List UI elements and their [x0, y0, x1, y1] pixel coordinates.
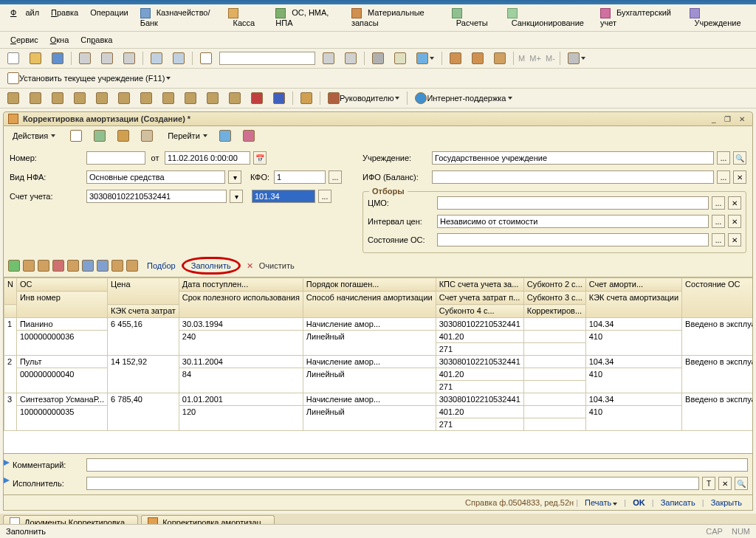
uchr-input[interactable]: Государственное учреждение [432, 151, 714, 165]
ifo-input[interactable] [432, 170, 714, 184]
menu-edit[interactable]: Правка [47, 7, 83, 29]
tt-add[interactable] [8, 260, 20, 272]
ifo-clear[interactable]: ✕ [733, 170, 746, 184]
tt-del[interactable] [52, 260, 64, 272]
col-kek-amort[interactable]: КЭК счета амортизации [585, 292, 681, 318]
tb-find[interactable] [197, 51, 215, 66]
dt6[interactable] [238, 128, 259, 143]
save-button[interactable]: Записать [656, 498, 700, 507]
ruk-button[interactable]: Руководителю [325, 91, 402, 106]
menu-accounting[interactable]: Бухгалтерский учет [596, 7, 682, 29]
col-sub2[interactable]: Субконто 2 с... [523, 278, 585, 292]
menu-service[interactable]: Сервис [6, 34, 43, 46]
uchr-search[interactable]: 🔍 [733, 151, 746, 165]
tb-grid1[interactable] [447, 51, 464, 66]
cmo-btn[interactable]: ... [712, 196, 725, 210]
col-sub3[interactable]: Субконто 3 с... [523, 292, 585, 305]
vid-dropdown[interactable]: ▾ [228, 170, 241, 184]
tt-refresh[interactable] [67, 260, 79, 272]
tb-open[interactable] [27, 51, 44, 66]
tt-copy[interactable] [23, 260, 35, 272]
tb-prev[interactable] [320, 51, 337, 66]
search-input[interactable] [219, 52, 315, 65]
p6[interactable] [115, 91, 133, 106]
ok-button[interactable]: OK [628, 498, 650, 507]
menu-raschety[interactable]: Расчеты [447, 7, 500, 29]
tb-undo[interactable] [148, 51, 165, 66]
tb-info[interactable] [413, 51, 437, 66]
col-korr[interactable]: Корректиров... [523, 305, 585, 318]
menu-institution[interactable]: Учреждение [685, 7, 750, 29]
tb-grid2[interactable] [469, 51, 487, 66]
tt-down[interactable] [97, 260, 109, 272]
p14[interactable] [298, 91, 315, 106]
cmo-input[interactable] [437, 196, 709, 210]
sost-input[interactable] [437, 233, 709, 246]
clear-button[interactable]: Очистить [256, 261, 298, 270]
table-row[interactable]: 3Синтезатор УсманаР...6 785,4001.01.2001… [4, 393, 754, 406]
date-picker-button[interactable]: 📅 [253, 151, 267, 165]
p13[interactable] [270, 91, 288, 106]
p4[interactable] [71, 91, 89, 106]
sost-btn[interactable]: ... [712, 233, 725, 246]
menu-operations[interactable]: Операции [86, 7, 132, 29]
p1[interactable] [4, 91, 22, 106]
p9[interactable] [182, 91, 199, 106]
tb-paste[interactable] [120, 51, 138, 66]
tb-save[interactable] [49, 51, 66, 66]
col-sposob[interactable]: Способ начисления амортизации [303, 292, 436, 318]
tb-copy[interactable] [98, 51, 116, 66]
tb-wrench[interactable] [565, 51, 588, 66]
col-sost[interactable]: Состояние ОС [682, 278, 753, 318]
date-input[interactable]: 11.02.2016 0:00:00 [165, 151, 250, 165]
tb-new[interactable] [4, 51, 22, 66]
col-kek[interactable]: КЭК счета затрат [108, 305, 179, 318]
interval-btn[interactable]: ... [712, 215, 725, 228]
menu-kassa[interactable]: Касса [224, 7, 268, 29]
isp-search[interactable]: 🔍 [735, 477, 748, 490]
dt4[interactable] [137, 128, 157, 143]
p7[interactable] [137, 91, 155, 106]
podbor-button[interactable]: Подбор [144, 261, 179, 270]
col-cena[interactable]: Цена [108, 278, 179, 305]
close-button[interactable]: ✕ [736, 114, 748, 124]
menu-os[interactable]: ОС, НМА, НПА [271, 7, 344, 29]
tb-calendar[interactable] [391, 51, 409, 66]
col-poryadok[interactable]: Порядок погашен... [303, 278, 436, 292]
tt-up[interactable] [82, 260, 94, 272]
menu-sanction[interactable]: Санкционирование [503, 7, 593, 29]
col-sub4[interactable]: Субконто 4 с... [436, 305, 523, 318]
nomer-input[interactable] [86, 151, 145, 165]
col-date[interactable]: Дата поступлен... [179, 278, 303, 292]
p11[interactable] [226, 91, 244, 106]
kfo-btn[interactable]: ... [329, 170, 342, 184]
schet-input[interactable]: 303080102210532441 [86, 190, 227, 203]
set-institution[interactable]: Установить текущее учреждение (F11) [4, 71, 173, 86]
dt2[interactable] [89, 128, 110, 143]
p8[interactable] [159, 91, 177, 106]
tb-cut[interactable] [76, 51, 94, 66]
p5[interactable] [93, 91, 111, 106]
schet2-btn[interactable]: ... [318, 190, 331, 203]
col-n[interactable]: N [4, 278, 17, 305]
table-row[interactable]: 1Пианино6 455,1630.03.1994Начисление амо… [4, 318, 754, 331]
p2[interactable] [27, 91, 44, 106]
tb-calc[interactable] [369, 51, 387, 66]
grid[interactable]: N ОС Цена Дата поступлен... Порядок пога… [3, 277, 753, 454]
col-inv[interactable]: Инв номер [16, 292, 107, 318]
minimize-button[interactable]: _ [708, 114, 720, 124]
ifo-btn[interactable]: ... [717, 170, 730, 184]
dt3[interactable] [113, 128, 134, 143]
inet-button[interactable]: Интернет-поддержка [412, 91, 515, 106]
p12[interactable] [248, 91, 266, 106]
isp-input[interactable] [86, 477, 699, 490]
table-row[interactable]: 2Пульт14 152,9230.11.2004Начисление амор… [4, 356, 754, 368]
dt5[interactable] [215, 128, 236, 143]
menu-treasury[interactable]: Казначейство/Банк [136, 7, 221, 29]
col-cena2[interactable] [4, 305, 17, 318]
komm-input[interactable] [86, 458, 748, 472]
menu-file[interactable]: Файл [6, 7, 44, 29]
col-kps[interactable]: КПС счета учета за... [436, 278, 523, 292]
tt-sort-desc[interactable] [126, 260, 138, 272]
fill-button[interactable]: Заполнить [182, 257, 241, 275]
